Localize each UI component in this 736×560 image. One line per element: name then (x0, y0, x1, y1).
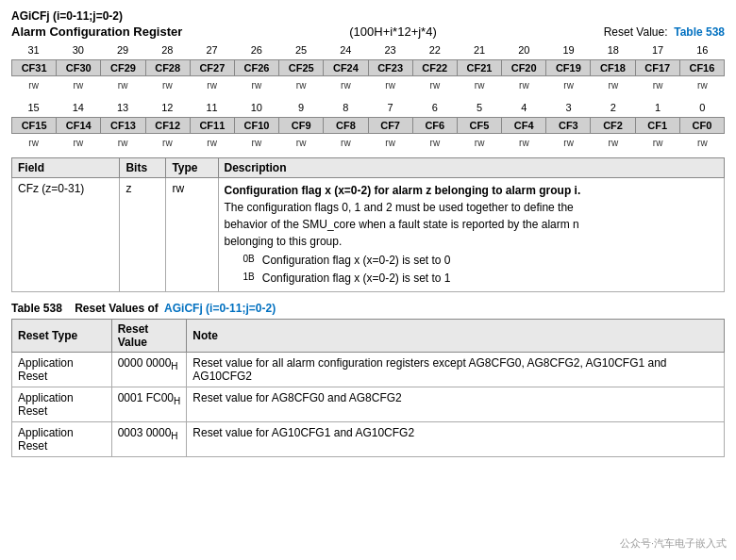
bit-rw: rw (368, 78, 412, 92)
bit-number: 21 (458, 42, 502, 58)
field-bits: z (120, 178, 166, 292)
bit-number: 10 (234, 100, 278, 115)
lower-number-row: 1514131211109876543210 (11, 100, 725, 115)
bit-cell: CF22 (412, 60, 457, 76)
desc-line3: belonging to this group. (225, 235, 343, 248)
register-id: AGiCFj (i=0-11;j=0-2) (11, 9, 725, 23)
bit-rw: rw (591, 78, 635, 92)
bit-number: 15 (11, 100, 56, 115)
bit-number: 14 (56, 100, 100, 115)
bit-cell: CF2 (591, 118, 635, 134)
reset-note: Reset value for all alarm configuration … (187, 353, 725, 387)
bit-rw: rw (101, 136, 145, 150)
bit-number: 24 (324, 42, 368, 58)
list-item-text: Configuration flag x (x=0-2) is set to 1 (262, 270, 451, 287)
bit-cell: CF11 (190, 118, 234, 134)
bit-rw: rw (234, 136, 278, 150)
bit-cell: CF0 (679, 118, 724, 134)
register-name: Alarm Configuration Register (11, 25, 182, 39)
bit-rw: rw (11, 136, 56, 150)
bit-cell: CF29 (101, 60, 145, 76)
bit-rw: rw (56, 78, 100, 92)
bit-rw: rw (636, 136, 680, 150)
desc-line1: The configuration flags 0, 1 and 2 must … (225, 201, 574, 214)
bit-cell: CF31 (12, 60, 57, 76)
reset-row: Application Reset0001 FC00HReset value f… (12, 387, 725, 422)
bit-number: 30 (56, 42, 100, 58)
reset-value: 0003 0000H (111, 422, 187, 457)
col-bits: Bits (120, 158, 166, 178)
reset-table-title: Table 538 Reset Values of AGiCFj (i=0-11… (11, 302, 725, 315)
desc-list: 0BConfiguration flag x (x=0-2) is set to… (243, 252, 718, 287)
reset-note: Reset value for AG8CFG0 and AG8CFG2 (187, 387, 725, 422)
field-description-table: Field Bits Type Description CFz (z=0-31)… (11, 157, 725, 292)
bit-rw: rw (368, 136, 412, 150)
bit-number: 20 (502, 42, 546, 58)
reset-title-text: Reset Values of (75, 302, 159, 315)
bit-rw: rw (458, 136, 502, 150)
field-type: rw (166, 178, 218, 292)
bit-cell: CF1 (635, 118, 679, 134)
bit-rw: rw (324, 136, 368, 150)
reset-value-ref: Reset Value: Table 538 (604, 25, 725, 39)
lower-cell-row: CF15CF14CF13CF12CF11CF10CF9CF8CF7CF6CF5C… (11, 117, 725, 134)
field-row: CFz (z=0-31) z rw Configuration flag x (… (12, 178, 725, 292)
reset-col-note: Note (187, 320, 725, 353)
bit-cell: CF27 (190, 60, 234, 76)
reset-values-table: Reset Type Reset Value Note Application … (11, 319, 725, 457)
bit-rw: rw (56, 136, 100, 150)
bit-number: 7 (368, 100, 412, 115)
bit-cell: CF30 (57, 60, 101, 76)
bit-rw: rw (546, 78, 591, 92)
col-field: Field (12, 158, 120, 178)
reset-col-value: Reset Value (111, 320, 187, 353)
bit-number: 1 (636, 100, 680, 115)
subtitle-row: Alarm Configuration Register (100H+i*12+… (11, 25, 725, 39)
bit-cell: CF5 (457, 118, 501, 134)
bit-number: 12 (145, 100, 190, 115)
bit-cell: CF14 (57, 118, 101, 134)
bit-cell: CF20 (502, 60, 546, 76)
bit-cell: CF28 (145, 60, 190, 76)
bit-rw: rw (101, 78, 145, 92)
bit-rw: rw (234, 78, 278, 92)
upper-rw-row: rwrwrwrwrwrwrwrwrwrwrwrwrwrwrwrw (11, 78, 725, 92)
bit-rw: rw (190, 78, 234, 92)
reset-row: Application Reset0000 0000HReset value f… (12, 353, 725, 387)
bit-rw: rw (145, 78, 190, 92)
bit-rw: rw (680, 78, 725, 92)
bit-rw: rw (190, 136, 234, 150)
reset-table-num: Table 538 (11, 302, 62, 315)
field-name: CFz (z=0-31) (12, 178, 120, 292)
reset-type: Application Reset (12, 353, 112, 387)
bit-cell: CF7 (368, 118, 412, 134)
bit-cell: CF23 (368, 60, 412, 76)
bit-number: 22 (412, 42, 457, 58)
bit-rw: rw (324, 78, 368, 92)
bit-number: 2 (591, 100, 635, 115)
bit-cell: CF13 (101, 118, 145, 134)
bit-number: 29 (101, 42, 145, 58)
bit-rw: rw (412, 78, 457, 92)
reset-value-link[interactable]: Table 538 (674, 25, 725, 39)
bit-number: 8 (324, 100, 368, 115)
reset-col-type: Reset Type (12, 320, 112, 353)
bit-cell: CF17 (635, 60, 679, 76)
bit-cell: CF18 (591, 60, 635, 76)
reset-title-link[interactable]: AGiCFj (i=0-11;j=0-2) (164, 302, 276, 315)
bit-cell: CF12 (145, 118, 190, 134)
desc-line2: behavior of the SMU_core when a fault st… (225, 218, 579, 231)
lower-bit-section: 1514131211109876543210 CF15CF14CF13CF12C… (11, 100, 725, 150)
bit-cell: CF26 (234, 60, 278, 76)
reset-value: 0001 FC00H (111, 387, 187, 422)
col-description: Description (218, 158, 724, 178)
bit-number: 19 (546, 42, 591, 58)
bit-number: 9 (279, 100, 324, 115)
desc-bold: Configuration flag x (x=0-2) for alarm z… (225, 184, 581, 197)
list-item-label: 0B (243, 252, 255, 269)
bit-rw: rw (502, 136, 546, 150)
bit-number: 11 (190, 100, 234, 115)
bit-cell: CF4 (502, 118, 546, 134)
list-item: 1BConfiguration flag x (x=0-2) is set to… (243, 270, 718, 287)
bit-number: 16 (680, 42, 725, 58)
